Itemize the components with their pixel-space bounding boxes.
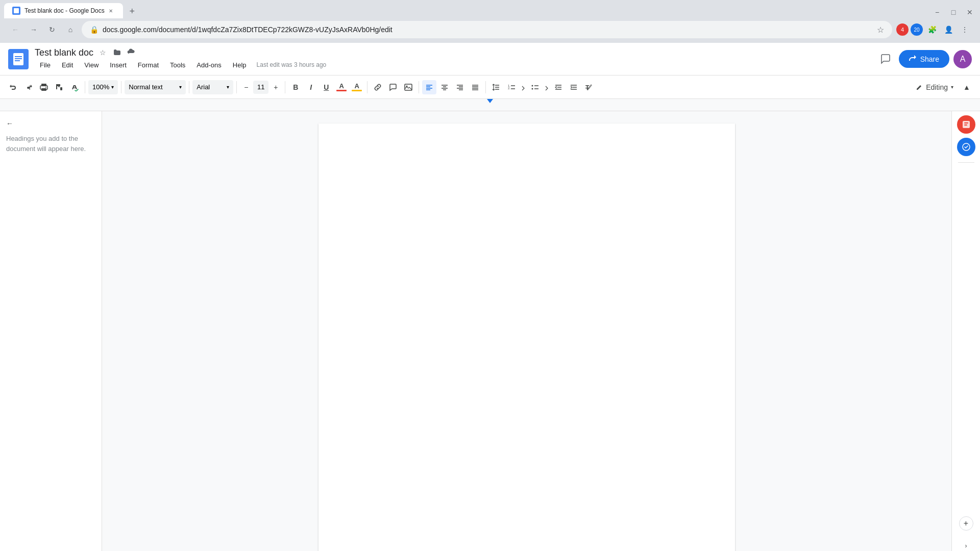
align-right-button[interactable] (453, 80, 467, 94)
editing-mode-label: Editing (926, 83, 948, 91)
undo-button[interactable] (6, 80, 20, 94)
redo-button[interactable] (21, 80, 36, 94)
menu-dots-button[interactable]: ⋮ (958, 22, 972, 37)
menu-view[interactable]: View (79, 59, 104, 71)
font-chevron-icon: ▾ (227, 84, 229, 90)
tab-close-button[interactable]: ✕ (107, 7, 115, 15)
bold-button[interactable]: B (288, 80, 303, 94)
svg-rect-47 (964, 122, 968, 123)
maximize-button[interactable]: □ (947, 6, 960, 18)
comments-button[interactable] (876, 50, 895, 68)
back-icon: ← (6, 119, 13, 128)
insert-comment-button[interactable] (386, 80, 400, 94)
doc-title-area: Test blank doc ☆ File Edit View Insert F… (35, 47, 870, 71)
star-button[interactable]: ☆ (97, 47, 108, 58)
active-tab[interactable]: Test blank doc - Google Docs ✕ (4, 3, 123, 18)
paint-format-button[interactable] (52, 80, 66, 94)
font-size-decrease-button[interactable]: − (240, 81, 252, 93)
menu-help[interactable]: Help (228, 59, 252, 71)
menu-edit[interactable]: Edit (57, 59, 78, 71)
svg-rect-9 (60, 87, 62, 90)
close-window-button[interactable]: ✕ (964, 6, 976, 18)
highlight-color-swatch (352, 90, 362, 91)
text-style-value: Normal text (129, 83, 162, 91)
forward-button[interactable]: → (27, 22, 41, 37)
menu-format[interactable]: Format (133, 59, 164, 71)
folder-button[interactable] (112, 47, 122, 58)
svg-rect-3 (15, 58, 22, 59)
zoom-chevron-icon: ▾ (111, 84, 114, 90)
insert-image-button[interactable] (401, 80, 415, 94)
outline-panel: ← Headings you add to the document will … (0, 111, 102, 551)
tab-favicon (12, 7, 20, 15)
svg-point-35 (532, 85, 533, 86)
zoom-select[interactable]: 100% ▾ (88, 80, 118, 94)
numbered-list-options-button[interactable] (520, 80, 527, 94)
right-panel-add-button[interactable]: + (959, 516, 973, 531)
profile-button[interactable]: 👤 (941, 22, 955, 37)
text-style-chevron-icon: ▾ (179, 84, 182, 90)
align-center-button[interactable] (437, 80, 452, 94)
back-button[interactable]: ← (8, 22, 22, 37)
cloud-button[interactable] (126, 47, 136, 58)
bulleted-list-options-button[interactable] (543, 80, 550, 94)
bookmark-icon[interactable]: ☆ (877, 25, 884, 35)
spell-check-button[interactable] (67, 80, 82, 94)
tasks-panel-button[interactable] (957, 138, 975, 156)
minimize-button[interactable]: − (931, 6, 943, 18)
text-color-letter: A (339, 83, 344, 89)
extensions-button[interactable]: 4 (896, 23, 909, 36)
italic-button[interactable]: I (304, 80, 318, 94)
print-button[interactable] (37, 80, 51, 94)
font-size-increase-button[interactable]: + (270, 81, 282, 93)
ruler[interactable] (0, 99, 980, 111)
main-area: ← Headings you add to the document will … (0, 111, 980, 551)
toolbar-divider-7 (419, 81, 419, 93)
toolbar-divider-4 (236, 81, 237, 93)
document-page[interactable] (318, 123, 735, 551)
menu-insert[interactable]: Insert (105, 59, 132, 71)
text-color-button[interactable]: A (334, 80, 349, 94)
font-size-controls: − + (240, 81, 282, 94)
outline-hint-text: Headings you add to the document will ap… (6, 134, 95, 154)
increase-indent-button[interactable] (567, 80, 581, 94)
highlight-color-button[interactable]: A (350, 80, 364, 94)
keep-panel-button[interactable] (957, 115, 975, 134)
refresh-button[interactable]: ↻ (45, 22, 59, 37)
font-select[interactable]: Arial ▾ (192, 80, 233, 94)
decrease-indent-button[interactable] (551, 80, 566, 94)
doc-title[interactable]: Test blank doc (35, 47, 93, 58)
header-actions: Share A (876, 50, 972, 68)
toolbar-divider-3 (189, 81, 189, 93)
home-button[interactable]: ⌂ (63, 22, 78, 37)
menu-addons[interactable]: Add-ons (191, 59, 226, 71)
toolbar-collapse-button[interactable]: ▲ (960, 80, 974, 94)
docs-icon[interactable] (8, 49, 29, 69)
bulleted-list-button[interactable] (528, 80, 542, 94)
clear-formatting-button[interactable]: T (582, 80, 596, 94)
menu-tools[interactable]: Tools (165, 59, 190, 71)
text-style-select[interactable]: Normal text ▾ (125, 80, 186, 94)
user-avatar[interactable]: A (953, 50, 972, 68)
link-button[interactable] (371, 80, 385, 94)
toolbar-divider-6 (367, 81, 368, 93)
line-spacing-button[interactable] (489, 80, 503, 94)
outline-back-button[interactable]: ← (6, 119, 95, 128)
share-button[interactable]: Share (899, 50, 949, 68)
font-size-input[interactable] (253, 81, 268, 94)
document-area[interactable] (102, 111, 951, 551)
editing-mode-button[interactable]: Editing ▾ (911, 81, 959, 93)
numbered-list-button[interactable]: 1.2. (504, 80, 519, 94)
align-left-button[interactable] (422, 80, 436, 94)
address-input-wrap[interactable]: 🔒 docs.google.com/document/d/1wqfdcZa7Zi… (82, 21, 892, 38)
lock-icon: 🔒 (90, 26, 99, 34)
new-tab-button[interactable]: + (125, 4, 139, 18)
align-justify-button[interactable] (468, 80, 482, 94)
font-value: Arial (197, 83, 210, 91)
underline-button[interactable]: U (319, 80, 333, 94)
puzzle-extension-button[interactable]: 🧩 (925, 22, 939, 37)
right-panel-expand-button[interactable]: › (959, 539, 973, 551)
app-header: Test blank doc ☆ File Edit View Insert F… (0, 43, 980, 76)
menu-file[interactable]: File (35, 59, 56, 71)
calendar-extension-button[interactable]: 20 (911, 23, 923, 36)
